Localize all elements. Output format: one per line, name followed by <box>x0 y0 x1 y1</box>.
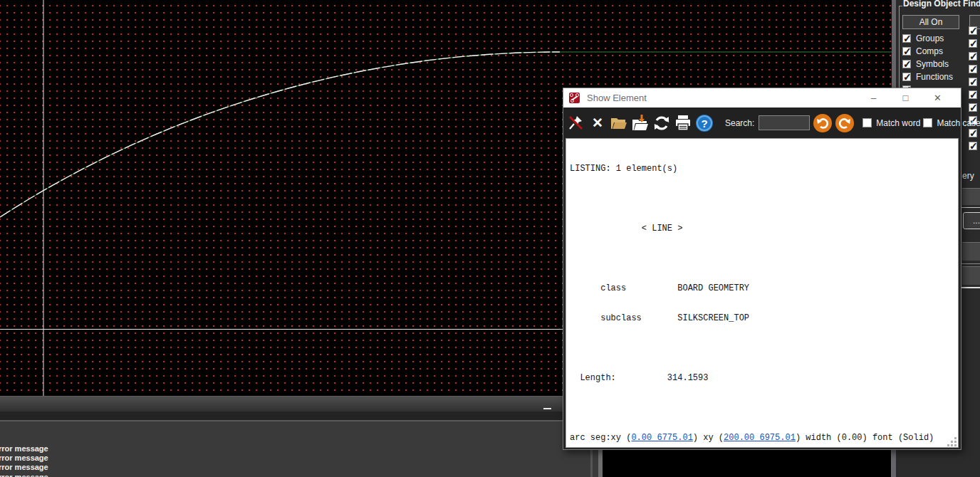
find-filter-right-checkbox[interactable] <box>969 65 977 73</box>
more-button[interactable]: ... <box>963 212 980 229</box>
console-message: rror message <box>0 463 590 472</box>
class-line: class BOARD GEOMETRY <box>570 283 958 293</box>
panel-control-bar[interactable] <box>962 188 980 205</box>
find-filter-item[interactable]: Functions <box>902 71 953 83</box>
search-next-button[interactable] <box>835 114 854 132</box>
match-case-checkbox[interactable] <box>923 118 932 127</box>
console-message: rror message <box>0 454 590 463</box>
blank-line <box>570 194 958 204</box>
arc-text: ) width (0.00) font (Solid) <box>796 433 934 443</box>
checkbox-comps[interactable] <box>902 47 911 56</box>
element-listing-text: LISTING: 1 element(s) < LINE > class BOA… <box>566 139 958 448</box>
match-word-label: Match word <box>876 118 920 128</box>
close-button[interactable]: ✕ <box>922 88 954 108</box>
search-input[interactable] <box>759 115 810 130</box>
length-line: Length: 314.1593 <box>570 373 958 383</box>
blank-line <box>570 403 958 413</box>
match-case-label: Match case <box>937 118 980 128</box>
panel-control-bar[interactable] <box>962 242 980 261</box>
checkbox-functions[interactable] <box>902 73 911 81</box>
arc-start-coordinate-link[interactable]: 0.00 6775.01 <box>631 433 692 443</box>
help-button[interactable]: ? <box>694 112 714 134</box>
x-icon: ✕ <box>592 115 603 131</box>
find-by-query-label-fragment: ery <box>962 171 974 181</box>
find-filter-right-checkbox[interactable] <box>969 52 977 61</box>
subclass-line: subclass SILKSCREEN_TOP <box>570 313 958 323</box>
groupbox-border <box>899 6 902 6</box>
find-filter-item[interactable]: Symbols <box>902 58 949 70</box>
checkbox-groups[interactable] <box>902 34 911 43</box>
folder-save-icon <box>631 114 650 132</box>
find-filter-right-checkbox[interactable] <box>969 142 977 150</box>
find-filter-right-checkbox[interactable] <box>969 39 977 48</box>
print-button[interactable] <box>673 112 693 134</box>
listing-count-line: LISTING: 1 element(s) <box>570 164 958 174</box>
checkbox-symbols[interactable] <box>902 60 911 68</box>
find-filter-label: Comps <box>916 46 943 56</box>
panel-control-bar[interactable] <box>962 266 980 285</box>
all-on-button[interactable]: All On <box>902 15 959 29</box>
find-filter-right-checkbox[interactable] <box>969 90 977 99</box>
console-minimize-icon[interactable] <box>543 408 551 409</box>
curved-arrow-left-icon <box>815 116 830 130</box>
app-icon <box>569 93 580 103</box>
element-listing-area[interactable]: LISTING: 1 element(s) < LINE > class BOA… <box>565 138 959 448</box>
curved-arrow-right-icon <box>838 116 852 130</box>
blank-line <box>570 343 958 353</box>
console-message-list: rror message rror message rror message r… <box>0 421 590 477</box>
help-icon: ? <box>695 114 714 132</box>
find-filter-label: Groups <box>916 33 944 43</box>
show-element-window: Show Element – □ ✕ ✕ <box>563 88 961 450</box>
console-message: rror message <box>0 444 590 454</box>
element-type-line: < LINE > <box>570 224 958 234</box>
blank-line <box>570 253 958 263</box>
window-resize-grip[interactable] <box>954 437 956 439</box>
match-word-checkbox[interactable] <box>862 118 872 127</box>
console-message: rror message <box>0 473 590 477</box>
find-filter-item[interactable]: Groups <box>902 33 944 44</box>
window-toolbar: ✕ <box>563 108 961 138</box>
clear-button[interactable]: ✕ <box>588 112 608 134</box>
find-filter-right-checkbox[interactable] <box>969 26 977 35</box>
refresh-button[interactable] <box>652 112 672 134</box>
highlighted-arc-element[interactable] <box>0 52 560 217</box>
find-filter-right-checkbox[interactable] <box>969 129 977 137</box>
find-filter-right-checkbox[interactable] <box>969 78 977 86</box>
unpin-button[interactable] <box>566 112 586 134</box>
pin-slash-icon <box>568 115 585 132</box>
arc-segment-line: arc seg:xy (0.00 6775.01) xy (200.00 697… <box>570 433 958 443</box>
arc-text: ) xy ( <box>693 433 724 443</box>
save-file-button[interactable] <box>630 112 650 134</box>
arc-text: arc seg:xy ( <box>570 433 631 443</box>
search-previous-button[interactable] <box>813 114 832 132</box>
minimize-button[interactable]: – <box>858 88 890 108</box>
svg-text:?: ? <box>701 117 707 129</box>
application-root: rror message rror message rror message r… <box>0 0 980 477</box>
printer-icon <box>674 114 692 132</box>
folder-open-icon <box>610 115 628 132</box>
search-label: Search: <box>725 118 754 128</box>
window-titlebar[interactable]: Show Element – □ ✕ <box>563 88 961 108</box>
console-panel: rror message rror message rror message r… <box>0 396 590 477</box>
refresh-icon <box>652 114 671 132</box>
maximize-button[interactable]: □ <box>890 88 922 108</box>
find-filter-label: Symbols <box>916 59 949 69</box>
find-filter-item[interactable]: Comps <box>902 46 943 57</box>
window-controls: – □ ✕ <box>858 88 954 108</box>
find-panel-title: Design Object Find F <box>903 0 980 9</box>
find-filter-right-checkbox[interactable] <box>969 103 977 112</box>
arc-end-coordinate-link[interactable]: 200.00 6975.01 <box>724 433 796 443</box>
window-title: Show Element <box>587 93 647 103</box>
console-titlebar[interactable] <box>0 396 590 412</box>
find-filter-label: Functions <box>916 72 953 82</box>
open-file-button[interactable] <box>609 112 629 134</box>
